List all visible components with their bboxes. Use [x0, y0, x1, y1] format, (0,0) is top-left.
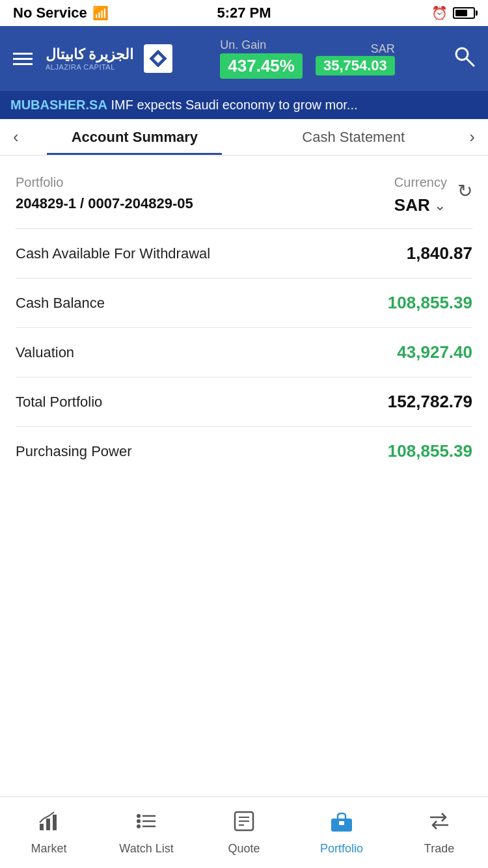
bottom-nav-watchlist[interactable]: Watch List — [98, 809, 195, 856]
svg-point-8 — [137, 819, 141, 823]
portfolio-label: Portfolio — [16, 175, 394, 190]
battery-icon — [453, 7, 475, 19]
row-valuation: Valuation 43,927.40 — [16, 328, 472, 377]
portfolio-icon — [330, 809, 353, 838]
svg-rect-5 — [46, 819, 50, 830]
logo-arabic: الجزيرة كابيتال — [46, 46, 133, 63]
row-total-portfolio: Total Portfolio 152,782.79 — [16, 377, 472, 427]
currency-code: SAR — [394, 195, 430, 215]
svg-point-9 — [137, 824, 141, 828]
bottom-nav-quote[interactable]: Quote — [195, 809, 293, 856]
bottom-nav-quote-label: Quote — [228, 842, 260, 856]
bottom-nav-portfolio[interactable]: Portfolio — [293, 809, 390, 856]
row-cash-withdrawal: Cash Available For Withdrawal 1,840.87 — [16, 229, 472, 278]
trade-icon — [427, 809, 451, 838]
logo-english: ALJAZIRA CAPITAL — [46, 63, 133, 71]
bottom-nav-trade-label: Trade — [424, 842, 454, 856]
wifi-icon: 📶 — [92, 5, 109, 21]
svg-rect-18 — [339, 821, 344, 825]
sar-value-badge: 35,754.03 — [316, 56, 395, 75]
logo-icon — [144, 44, 172, 73]
nav-tabs: ‹ Account Summary Cash Statement › — [0, 119, 488, 156]
main-content: Portfolio 204829-1 / 0007-204829-05 Curr… — [0, 156, 488, 476]
bottom-nav: Market Watch List Quote — [0, 796, 488, 868]
un-gain-label: Un. Gain — [220, 38, 303, 52]
portfolio-value: 204829-1 / 0007-204829-05 — [16, 195, 394, 212]
ticker-bar: MUBASHER.SA IMF expects Saudi economy to… — [0, 91, 488, 119]
svg-rect-6 — [53, 815, 57, 830]
right-arrow-icon[interactable]: › — [463, 127, 481, 147]
label-cash-withdrawal: Cash Available For Withdrawal — [16, 245, 210, 262]
bottom-nav-portfolio-label: Portfolio — [320, 842, 363, 856]
ticker-source: MUBASHER.SA — [10, 98, 107, 112]
chevron-down-icon: ⌄ — [434, 197, 446, 214]
app-header: الجزيرة كابيتال ALJAZIRA CAPITAL Un. Gai… — [0, 26, 488, 91]
label-total-portfolio: Total Portfolio — [16, 394, 102, 411]
financial-data-table: Cash Available For Withdrawal 1,840.87 C… — [16, 229, 472, 476]
svg-rect-4 — [40, 824, 44, 830]
value-purchasing-power: 108,855.39 — [388, 441, 472, 461]
label-valuation: Valuation — [16, 344, 74, 361]
list-icon — [135, 809, 158, 838]
bottom-nav-market-label: Market — [31, 842, 66, 856]
portfolio-currency-row: Portfolio 204829-1 / 0007-204829-05 Curr… — [16, 175, 472, 215]
alarm-icon: ⏰ — [431, 5, 448, 21]
carrier-label: No Service — [13, 5, 87, 21]
row-purchasing-power: Purchasing Power 108,855.39 — [16, 427, 472, 476]
svg-line-3 — [467, 59, 474, 66]
label-cash-balance: Cash Balance — [16, 295, 105, 312]
currency-selector[interactable]: SAR ⌄ — [394, 195, 447, 215]
value-cash-balance: 108,855.39 — [388, 293, 472, 313]
tab-account-summary[interactable]: Account Summary — [25, 119, 244, 155]
bottom-nav-market[interactable]: Market — [0, 809, 98, 856]
gain-percent-badge: 437.45% — [220, 53, 303, 79]
chart-icon — [37, 809, 61, 838]
sar-label: SAR — [316, 42, 395, 56]
portfolio-section: Portfolio 204829-1 / 0007-204829-05 — [16, 175, 394, 212]
quote-icon — [232, 809, 256, 838]
row-cash-balance: Cash Balance 108,855.39 — [16, 278, 472, 328]
time-label: 5:27 PM — [217, 5, 271, 21]
value-valuation: 43,927.40 — [397, 342, 472, 362]
refresh-button[interactable]: ↻ — [457, 180, 472, 202]
search-button[interactable] — [453, 45, 475, 72]
value-total-portfolio: 152,782.79 — [388, 392, 472, 412]
status-bar: No Service 📶 5:27 PM ⏰ — [0, 0, 488, 26]
label-purchasing-power: Purchasing Power — [16, 443, 132, 460]
currency-label: Currency — [394, 175, 447, 190]
bottom-nav-trade[interactable]: Trade — [390, 809, 488, 856]
svg-point-7 — [137, 814, 141, 818]
value-cash-withdrawal: 1,840.87 — [407, 243, 472, 264]
hamburger-menu[interactable] — [13, 53, 33, 65]
bottom-nav-watchlist-label: Watch List — [119, 842, 173, 856]
left-arrow-icon[interactable]: ‹ — [7, 127, 25, 147]
ticker-text: IMF expects Saudi economy to grow mor... — [111, 98, 357, 112]
tab-cash-statement[interactable]: Cash Statement — [244, 119, 463, 155]
